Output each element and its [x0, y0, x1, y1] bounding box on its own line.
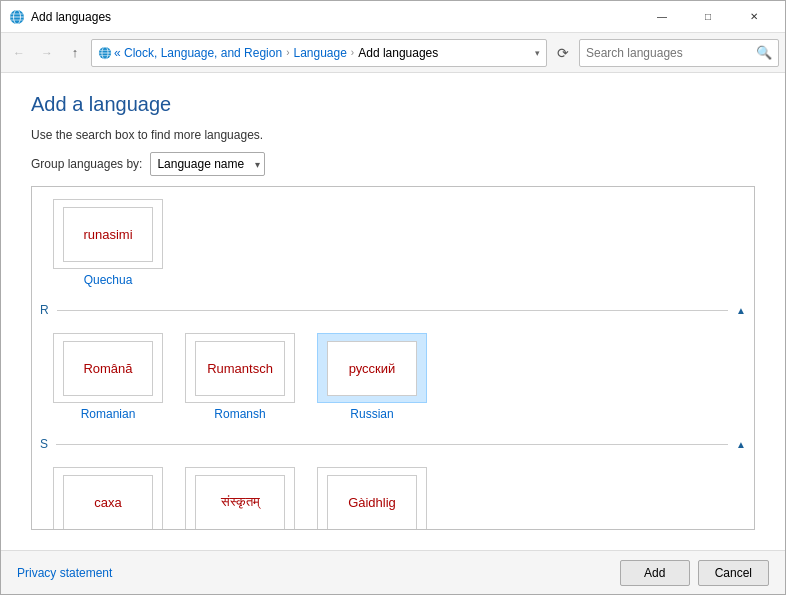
q-grid: runasimi Quechua	[32, 187, 754, 299]
privacy-link[interactable]: Privacy statement	[17, 566, 112, 580]
lang-card-inner-sakha: саха	[63, 475, 153, 530]
list-item[interactable]: Gàidhlig Scottish Gaelic	[312, 467, 432, 530]
close-button[interactable]: ✕	[731, 1, 777, 33]
lang-card-gaelic[interactable]: Gàidhlig	[317, 467, 427, 530]
lang-card-inner-gaelic: Gàidhlig	[327, 475, 417, 530]
up-button[interactable]: ↑	[63, 41, 87, 65]
lang-card-inner-romansh: Rumantsch	[195, 341, 285, 396]
section-s: S ▲ саха Sakha	[32, 433, 754, 530]
action-buttons: Add Cancel	[620, 560, 769, 586]
minimize-button[interactable]: —	[639, 1, 685, 33]
lang-card-romanian[interactable]: Română	[53, 333, 163, 403]
content-panel: Add a language Use the search box to fin…	[1, 73, 785, 550]
group-by-select[interactable]: Language name Script Region	[150, 152, 265, 176]
lang-card-inner-sanskrit: संस्कृतम्	[195, 475, 285, 530]
window-title: Add languages	[31, 10, 639, 24]
list-item[interactable]: Română Romanian	[48, 333, 168, 421]
lang-card-inner-quechua: runasimi	[63, 207, 153, 262]
romanian-english: Romanian	[81, 407, 136, 421]
section-divider-s	[56, 444, 728, 445]
group-by-select-wrapper: Language name Script Region	[150, 152, 265, 176]
section-r: R ▲ Română Romanian	[32, 299, 754, 433]
breadcrumb-icon	[98, 46, 112, 60]
search-icon[interactable]: 🔍	[756, 45, 772, 60]
lang-card-quechua[interactable]: runasimi	[53, 199, 163, 269]
page-title: Add a language	[31, 93, 755, 116]
romansh-native: Rumantsch	[207, 361, 273, 376]
main-content-area: Add a language Use the search box to fin…	[1, 73, 785, 550]
romanian-native: Română	[83, 361, 132, 376]
list-item[interactable]: русский Russian	[312, 333, 432, 421]
languages-container[interactable]: runasimi Quechua R ▲	[31, 186, 755, 530]
cancel-button[interactable]: Cancel	[698, 560, 769, 586]
address-bar: ← → ↑ « Clock, Language, and Region › La…	[1, 33, 785, 73]
hint-text: Use the search box to find more language…	[31, 128, 755, 142]
list-item[interactable]: runasimi Quechua	[48, 199, 168, 287]
forward-button[interactable]: →	[35, 41, 59, 65]
russian-english: Russian	[350, 407, 393, 421]
sanskrit-native: संस्कृतम्	[221, 494, 260, 510]
quechua-english: Quechua	[84, 273, 133, 287]
breadcrumb-root[interactable]: « Clock, Language, and Region	[114, 46, 282, 60]
list-item[interactable]: саха Sakha	[48, 467, 168, 530]
window-icon	[9, 9, 25, 25]
s-grid: саха Sakha संस्कृतम् Sanskrit	[32, 455, 754, 530]
section-label-r: R	[40, 303, 49, 317]
breadcrumb-language[interactable]: Language	[293, 46, 346, 60]
breadcrumb-dropdown-button[interactable]: ▾	[535, 48, 540, 58]
section-header-r: R ▲	[32, 299, 754, 321]
section-divider-r	[57, 310, 728, 311]
group-by-label: Group languages by:	[31, 157, 142, 171]
lang-card-inner-russian: русский	[327, 341, 417, 396]
add-button[interactable]: Add	[620, 560, 690, 586]
search-box: 🔍	[579, 39, 779, 67]
breadcrumb-bar: « Clock, Language, and Region › Language…	[91, 39, 547, 67]
list-item[interactable]: Rumantsch Romansh	[180, 333, 300, 421]
gaelic-native: Gàidhlig	[348, 495, 396, 510]
r-grid: Română Romanian Rumantsch Romans	[32, 321, 754, 433]
search-input[interactable]	[586, 46, 752, 60]
russian-native: русский	[349, 361, 396, 376]
romansh-english: Romansh	[214, 407, 265, 421]
section-header-s: S ▲	[32, 433, 754, 455]
group-by-row: Group languages by: Language name Script…	[31, 152, 755, 176]
breadcrumb-current: Add languages	[358, 46, 438, 60]
section-collapse-s[interactable]: ▲	[736, 439, 746, 450]
maximize-button[interactable]: □	[685, 1, 731, 33]
lang-card-sakha[interactable]: саха	[53, 467, 163, 530]
quechua-native: runasimi	[83, 227, 132, 242]
lang-card-sanskrit[interactable]: संस्कृतम्	[185, 467, 295, 530]
bottom-bar: Privacy statement Add Cancel	[1, 550, 785, 594]
section-label-s: S	[40, 437, 48, 451]
lang-card-inner-romanian: Română	[63, 341, 153, 396]
section-collapse-r[interactable]: ▲	[736, 305, 746, 316]
section-q: runasimi Quechua	[32, 187, 754, 299]
refresh-button[interactable]: ⟳	[551, 41, 575, 65]
sakha-native: саха	[94, 495, 121, 510]
list-item[interactable]: संस्कृतम् Sanskrit	[180, 467, 300, 530]
lang-card-romansh[interactable]: Rumantsch	[185, 333, 295, 403]
main-window: Add languages — □ ✕ ← → ↑ « Clock, Langu…	[0, 0, 786, 595]
title-bar: Add languages — □ ✕	[1, 1, 785, 33]
window-controls: — □ ✕	[639, 1, 777, 33]
lang-card-russian[interactable]: русский	[317, 333, 427, 403]
back-button[interactable]: ←	[7, 41, 31, 65]
